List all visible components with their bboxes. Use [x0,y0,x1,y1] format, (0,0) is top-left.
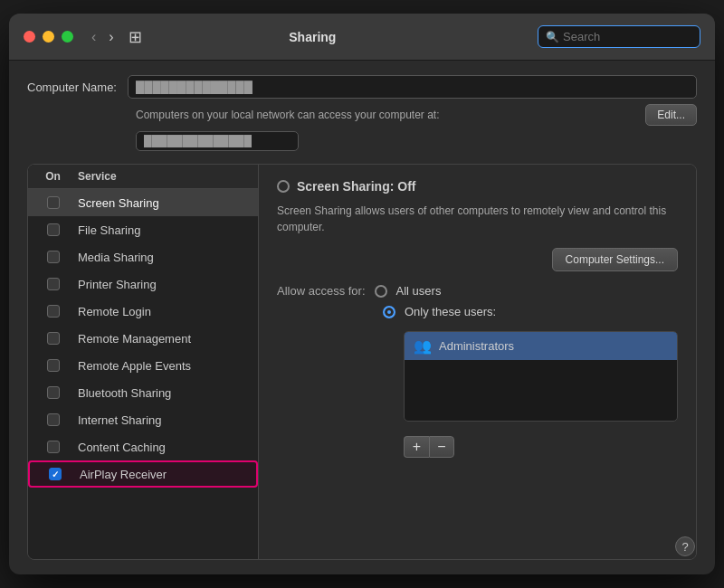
local-network-row: Computers on your local network can acce… [136,104,697,126]
checkbox-col [28,386,78,399]
service-name-internet-sharing: Internet Sharing [78,413,258,427]
service-list-header: On Service [28,165,258,189]
list-item[interactable]: File Sharing [28,216,258,243]
close-button[interactable] [24,31,35,43]
checkbox-col [28,251,78,263]
service-items: Screen Sharing File Sharing [28,189,258,559]
checkbox-remote-apple-events[interactable] [47,359,60,372]
sharing-description: Screen Sharing allows users of other com… [277,203,678,235]
checkbox-col [28,413,78,426]
checkbox-col [28,223,78,236]
header-service: Service [78,170,258,183]
access-row-only-these: Only these users: [277,305,678,318]
remove-user-button[interactable]: − [429,436,454,458]
checkbox-remote-management[interactable] [47,332,60,345]
user-name-administrators: Administrators [439,339,514,353]
computer-name-row: Computer Name: [27,75,697,99]
service-name-file-sharing: File Sharing [78,223,258,237]
group-icon: 👥 [414,337,432,355]
screen-sharing-title-row: Screen Sharing: Off [277,179,678,194]
list-item[interactable]: Media Sharing [28,243,258,270]
checkbox-bluetooth-sharing[interactable] [47,386,60,399]
main-panel: On Service Screen Sharing [27,164,697,560]
list-item[interactable]: Screen Sharing [28,189,258,216]
allow-access-label: Allow access for: [277,284,366,298]
computer-settings-button[interactable]: Computer Settings... [552,248,678,271]
checkbox-file-sharing[interactable] [47,223,60,236]
checkbox-col [30,468,80,480]
header-on: On [28,170,78,183]
checkbox-col [28,332,78,345]
computer-name-label: Computer Name: [27,81,117,94]
checkbox-col [28,196,78,209]
computer-name-input[interactable] [128,75,697,99]
service-name-remote-management: Remote Management [78,332,258,346]
checkbox-screen-sharing[interactable] [47,196,60,209]
list-item[interactable]: Remote Management [28,325,258,352]
edit-button[interactable]: Edit... [645,104,697,126]
list-item[interactable]: Bluetooth Sharing [28,379,258,406]
list-item[interactable]: Remote Apple Events [28,352,258,379]
access-row-all-users: Allow access for: All users [277,284,678,298]
service-name-screen-sharing: Screen Sharing [78,196,258,210]
traffic-lights [24,31,73,43]
list-item-airplay[interactable]: AirPlay Receiver [28,460,258,488]
search-box[interactable]: 🔍 [538,25,700,48]
list-item[interactable]: Printer Sharing [28,270,258,298]
service-name-media-sharing: Media Sharing [78,251,258,264]
all-users-text: All users [396,284,442,298]
service-name-remote-apple-events: Remote Apple Events [78,359,258,373]
checkbox-col [28,278,78,290]
service-name-remote-login: Remote Login [78,305,258,318]
checkbox-printer-sharing[interactable] [47,278,60,290]
service-list: On Service Screen Sharing [28,165,259,559]
all-users-radio[interactable] [375,285,387,298]
list-item[interactable]: Internet Sharing [28,406,258,433]
fullscreen-button[interactable] [62,31,73,43]
list-item[interactable]: Remote Login [28,298,258,325]
add-user-button[interactable]: + [404,436,429,458]
search-icon: 🔍 [546,31,559,43]
sharing-status-radio [277,180,290,193]
checkbox-media-sharing[interactable] [47,251,60,263]
window-title: Sharing [88,30,538,44]
service-name-airplay-receiver: AirPlay Receiver [80,468,256,481]
search-input[interactable] [563,30,690,43]
right-panel: Screen Sharing: Off Screen Sharing allow… [259,165,696,559]
local-address-input[interactable] [136,131,299,151]
list-controls: + − [404,436,678,458]
content-area: Computer Name: Computers on your local n… [9,61,715,574]
list-item[interactable]: Content Caching [28,433,258,460]
checkbox-content-caching[interactable] [47,441,60,453]
checkbox-col [28,305,78,318]
checkbox-airplay-receiver[interactable] [49,468,62,480]
only-these-text: Only these users: [405,305,496,318]
users-list: 👥 Administrators [404,331,678,422]
local-network-text: Computers on your local network can acce… [136,109,439,121]
sharing-title-text: Screen Sharing: Off [297,179,415,194]
titlebar: ‹ › ⊞ Sharing 🔍 [9,14,715,61]
checkbox-col [28,441,78,453]
user-item-administrators[interactable]: 👥 Administrators [405,332,677,360]
access-section: Allow access for: All users Only these u… [277,284,678,458]
sharing-window: ‹ › ⊞ Sharing 🔍 Computer Name: Computers… [9,14,715,574]
help-button[interactable]: ? [675,536,695,556]
only-these-radio[interactable] [383,306,395,318]
checkbox-internet-sharing[interactable] [47,413,60,426]
service-name-bluetooth-sharing: Bluetooth Sharing [78,386,258,400]
checkbox-remote-login[interactable] [47,305,60,318]
minimize-button[interactable] [43,31,54,43]
checkbox-col [28,359,78,372]
service-name-printer-sharing: Printer Sharing [78,278,258,291]
service-name-content-caching: Content Caching [78,441,258,454]
